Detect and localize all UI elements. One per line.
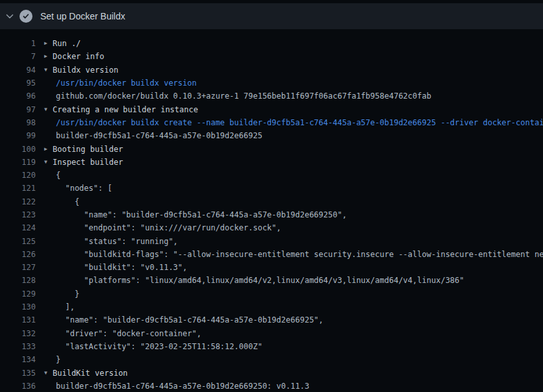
group-title[interactable]: Inspect builder [53,158,123,167]
log-line: 130 ], [0,300,543,313]
group-title[interactable]: Booting builder [53,145,123,154]
line-number[interactable]: 94 [0,66,36,75]
log-body: 1▶Run ./7▶Docker info94▼Buildx version95… [0,29,543,392]
output-text: "driver": "docker-container", [56,329,201,338]
log-line: 136builder-d9cfb5a1-c764-445a-a57e-0b19d… [0,380,543,392]
output-text: "nodes": [ [56,184,112,193]
log-line: 99builder-d9cfb5a1-c764-445a-a57e-0b19d2… [0,129,543,142]
line-number[interactable]: 95 [0,79,36,88]
line-number[interactable]: 131 [0,315,36,325]
log-line: 120{ [0,169,543,182]
caret-down-icon[interactable]: ▼ [44,67,53,73]
output-text: "status": "running", [56,237,178,246]
command-text: /usr/bin/docker buildx version [56,79,197,88]
output-text: "buildkitd-flags": "--allow-insecure-ent… [56,250,543,259]
group-title[interactable]: Docker info [53,52,104,61]
log-line: 127 "buildkit": "v0.11.3", [0,261,543,274]
group-title[interactable]: Buildx version [53,66,118,75]
log-group-line[interactable]: 135▼BuildKit version [0,366,543,379]
caret-right-icon[interactable]: ▶ [44,41,53,46]
actions-log-viewer: Set up Docker Buildx 1▶Run ./7▶Docker in… [0,0,543,392]
group-title[interactable]: BuildKit version [53,369,128,378]
status-check-icon [19,10,32,23]
log-line: 96github.com/docker/buildx 0.10.3+azure-… [0,90,543,103]
output-text: ], [56,302,75,312]
output-text: builder-d9cfb5a1-c764-445a-a57e-0b19d2e6… [56,131,262,140]
line-number[interactable]: 126 [0,250,36,259]
log-group-line[interactable]: 119▼Inspect builder [0,156,543,169]
output-text: { [56,197,79,206]
log-line: 129 } [0,288,543,300]
log-line: 122 { [0,195,543,208]
log-line: 98/usr/bin/docker buildx create --name b… [0,116,543,129]
line-number[interactable]: 99 [0,131,36,140]
step-header[interactable]: Set up Docker Buildx [0,3,543,29]
line-number[interactable]: 129 [0,289,36,299]
log-line: 128 "platforms": "linux/amd64,linux/amd6… [0,274,543,287]
line-number[interactable]: 121 [0,184,36,193]
output-text: github.com/docker/buildx 0.10.3+azure-1 … [56,92,431,101]
command-text: /usr/bin/docker buildx create --name bui… [56,118,543,127]
line-number[interactable]: 100 [0,145,36,154]
line-number[interactable]: 125 [0,237,36,246]
output-text: "name": "builder-d9cfb5a1-c764-445a-a57e… [56,210,347,219]
line-number[interactable]: 97 [0,105,36,114]
log-group-line[interactable]: 97▼Creating a new builder instance [0,103,543,116]
output-text: { [56,171,60,180]
log-line: 121 "nodes": [ [0,182,543,195]
output-text: "platforms": "linux/amd64,linux/amd64/v2… [56,276,464,285]
step-title: Set up Docker Buildx [40,11,125,21]
line-number[interactable]: 98 [0,118,36,127]
line-number[interactable]: 127 [0,263,36,272]
line-number[interactable]: 132 [0,329,36,338]
group-title[interactable]: Run ./ [53,39,81,48]
line-number[interactable]: 130 [0,302,36,312]
output-text: builder-d9cfb5a1-c764-445a-a57e-0b19d2e6… [56,382,309,391]
log-line: 125 "status": "running", [0,234,543,247]
output-text: "buildkit": "v0.11.3", [56,263,187,272]
log-line: 95/usr/bin/docker buildx version [0,77,543,90]
output-text: } [56,355,60,364]
line-number[interactable]: 135 [0,369,36,378]
line-number[interactable]: 96 [0,92,36,101]
line-number[interactable]: 123 [0,210,36,219]
log-group-line[interactable]: 100▶Booting builder [0,142,543,155]
log-group-line[interactable]: 1▶Run ./ [0,37,543,50]
caret-down-icon[interactable]: ▼ [44,107,53,112]
log-line: 134} [0,353,543,366]
log-line: 132 "driver": "docker-container", [0,327,543,340]
output-text: "endpoint": "unix:///var/run/docker.sock… [56,223,281,232]
output-text: "name": "builder-d9cfb5a1-c764-445a-a57e… [56,315,323,325]
line-number[interactable]: 134 [0,355,36,364]
line-number[interactable]: 122 [0,197,36,206]
line-number[interactable]: 119 [0,158,36,167]
caret-down-icon[interactable]: ▼ [44,160,53,165]
log-line: 124 "endpoint": "unix:///var/run/docker.… [0,221,543,234]
line-number[interactable]: 128 [0,276,36,285]
line-number[interactable]: 124 [0,223,36,232]
log-line: 126 "buildkitd-flags": "--allow-insecure… [0,248,543,261]
output-text: "lastActivity": "2023-02-25T11:58:12.000… [56,342,262,351]
group-title[interactable]: Creating a new builder instance [53,105,198,114]
line-number[interactable]: 120 [0,171,36,180]
line-number[interactable]: 1 [0,39,36,48]
caret-right-icon[interactable]: ▶ [44,147,53,152]
line-number[interactable]: 136 [0,382,36,391]
line-number[interactable]: 7 [0,52,36,61]
caret-right-icon[interactable]: ▶ [44,54,53,59]
log-line: 133 "lastActivity": "2023-02-25T11:58:12… [0,340,543,353]
log-line: 123 "name": "builder-d9cfb5a1-c764-445a-… [0,208,543,221]
output-text: } [56,289,79,299]
log-group-line[interactable]: 7▶Docker info [0,50,543,63]
log-group-line[interactable]: 94▼Buildx version [0,64,543,77]
caret-down-icon[interactable]: ▼ [44,371,53,376]
log-line: 131 "name": "builder-d9cfb5a1-c764-445a-… [0,313,543,326]
chevron-down-icon[interactable] [0,3,19,29]
line-number[interactable]: 133 [0,342,36,351]
